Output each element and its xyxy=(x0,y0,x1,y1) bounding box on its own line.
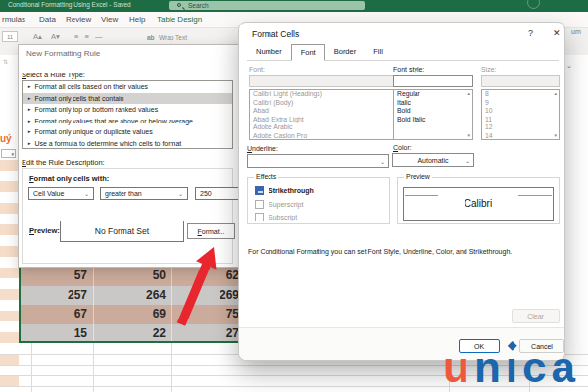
rule-arrow-icon: ► xyxy=(27,84,31,89)
effects-group: Effects Strikethrough Superscript Subscr… xyxy=(247,177,390,224)
column-header-fragment: uý xyxy=(0,133,12,144)
checkbox-checked-icon[interactable] xyxy=(255,186,264,195)
shrink-font-icon[interactable]: A▾ xyxy=(51,32,60,41)
operator-dropdown[interactable]: greater than ⌄ xyxy=(100,187,188,200)
scroll-up-icon[interactable]: ▲ xyxy=(467,91,471,96)
color-dropdown[interactable]: Automatic ⌄ xyxy=(392,153,474,167)
strikethrough-option[interactable]: Strikethrough xyxy=(255,186,314,195)
scroll-down-icon[interactable]: ▼ xyxy=(467,133,471,138)
font-style-input[interactable] xyxy=(393,75,473,87)
align-icons[interactable]: ≡ ≡ — xyxy=(74,32,104,41)
list-item[interactable]: 10 xyxy=(482,107,559,116)
chevron-down-icon[interactable]: ⌄ xyxy=(566,62,572,70)
red-arrow-annotation xyxy=(165,238,223,331)
help-icon[interactable]: ? xyxy=(528,28,533,38)
sort-icon: ⇅ xyxy=(3,58,8,65)
rule-arrow-icon: ► xyxy=(27,141,31,146)
underline-dropdown[interactable]: ⌄ xyxy=(247,154,389,168)
sheet-left-column: ⇅ uý ▾ xyxy=(0,55,19,392)
list-item[interactable]: 8 xyxy=(482,90,559,99)
scroll-up-icon[interactable]: ▲ xyxy=(554,91,558,96)
wrap-text-button[interactable]: Wrap Text xyxy=(159,34,187,41)
size-label: Size: xyxy=(481,66,497,73)
gridline xyxy=(31,343,32,392)
list-item[interactable]: Abadi xyxy=(250,107,416,116)
title-bar: Conditional Formatting Using Excel - Sav… xyxy=(0,0,588,12)
effects-group-label: Effects xyxy=(254,173,278,180)
rule-type-option[interactable]: ►Format only values that are above or be… xyxy=(23,116,232,127)
tab-review[interactable]: Review xyxy=(66,15,91,24)
select-rule-type-label: Select a Rule Type: xyxy=(22,71,85,79)
rule-type-option-selected[interactable]: ►Format only cells that contain xyxy=(23,93,232,105)
window-title: Conditional Formatting Using Excel - Sav… xyxy=(8,1,131,8)
logo-letter: c xyxy=(522,343,551,391)
list-item[interactable]: 14 xyxy=(482,132,559,140)
clear-button[interactable]: Clear xyxy=(512,309,560,323)
dialog-title: New Formatting Rule xyxy=(26,49,100,58)
format-button[interactable]: Format... xyxy=(187,223,235,239)
list-item[interactable]: 9 xyxy=(482,99,559,108)
filter-dropdown[interactable]: ▾ xyxy=(1,149,16,158)
rule-type-option[interactable]: ►Format only top or bottom ranked values xyxy=(23,104,232,116)
list-item[interactable]: Abadi Extra Light xyxy=(250,116,416,124)
list-item[interactable]: Regular xyxy=(394,90,472,99)
logo-letter: n xyxy=(474,343,506,391)
list-item[interactable]: Italic xyxy=(394,99,472,108)
tab-table-design[interactable]: Table Design xyxy=(157,15,202,24)
conditional-formatting-note: For Conditional Formatting you can set F… xyxy=(248,248,554,255)
list-item[interactable]: Calibri Light (Headings) xyxy=(250,90,416,99)
list-item[interactable]: Adobe Caslon Pro xyxy=(250,132,416,140)
rule-arrow-icon: ► xyxy=(27,119,31,123)
chevron-down-icon: ⌄ xyxy=(380,158,385,165)
checkbox-icon[interactable] xyxy=(255,200,264,209)
dialog-title: Format Cells xyxy=(252,29,299,39)
search-input[interactable]: Search xyxy=(169,1,365,10)
cell-value-dropdown[interactable]: Cell Value ⌄ xyxy=(28,187,94,200)
list-item[interactable]: 12 xyxy=(482,123,559,132)
excel-window: Conditional Formatting Using Excel - Sav… xyxy=(0,0,588,392)
subscript-option[interactable]: Subscript xyxy=(255,213,297,221)
rule-type-list: ►Format all cells based on their values … xyxy=(22,80,233,149)
search-icon xyxy=(177,3,181,7)
autosum-fragment: um xyxy=(571,28,581,35)
preview-label: Preview: xyxy=(29,226,60,235)
superscript-option[interactable]: Superscript xyxy=(255,200,303,209)
list-item[interactable]: 11 xyxy=(482,116,559,124)
color-label: Color: xyxy=(393,144,412,151)
unica-logo: un◆ıca xyxy=(443,343,580,392)
tab-data[interactable]: Data xyxy=(39,15,56,24)
tab-help[interactable]: Help xyxy=(129,15,145,24)
rule-type-option[interactable]: ►Use a formula to determine which cells … xyxy=(23,138,232,149)
close-icon[interactable]: ✕ xyxy=(553,28,561,38)
tab-number[interactable]: Number xyxy=(247,44,291,60)
list-item[interactable]: Bold xyxy=(394,107,472,116)
new-formatting-rule-dialog: New Formatting Rule Select a Rule Type: … xyxy=(18,44,243,268)
preview-group-label: Preview xyxy=(404,173,432,180)
tab-formulas[interactable]: rmulas xyxy=(2,15,25,24)
edit-description-label: Edit the Rule Description: xyxy=(22,158,105,167)
font-preview: Calibri xyxy=(403,187,554,220)
rule-arrow-icon: ► xyxy=(27,107,31,112)
format-cells-dialog: Format Cells ? ✕ Number Font Border Fill… xyxy=(238,22,565,361)
font-size-box[interactable]: 11 xyxy=(2,31,18,42)
chevron-down-icon: ⌄ xyxy=(178,190,183,197)
list-item[interactable]: Bold Italic xyxy=(394,116,472,124)
list-item[interactable]: Adobe Arabic xyxy=(250,123,416,132)
font-style-list[interactable]: Regular Italic Bold Bold Italic ▲ ▼ xyxy=(393,89,473,140)
tab-border[interactable]: Border xyxy=(325,44,366,60)
banded-rows xyxy=(0,160,19,392)
avatar[interactable] xyxy=(527,0,540,9)
tab-view[interactable]: View xyxy=(101,15,118,24)
diamond-dot-icon: ◆ xyxy=(508,338,516,352)
checkbox-icon[interactable] xyxy=(255,213,264,221)
rule-type-option[interactable]: ►Format only unique or duplicate values xyxy=(23,126,232,138)
tab-font[interactable]: Font xyxy=(291,44,325,61)
tab-fill[interactable]: Fill xyxy=(365,44,392,60)
rule-type-option[interactable]: ►Format all cells based on their values xyxy=(23,81,232,93)
scroll-down-icon[interactable]: ▼ xyxy=(554,133,558,138)
logo-letter-i: ◆ı xyxy=(506,343,522,391)
grow-font-icon[interactable]: A▴ xyxy=(33,32,42,41)
underline-label: Underline: xyxy=(247,145,278,152)
size-list[interactable]: 8 9 10 11 12 14 ▲ ▼ xyxy=(481,89,560,140)
list-item[interactable]: Calibri (Body) xyxy=(250,99,416,108)
